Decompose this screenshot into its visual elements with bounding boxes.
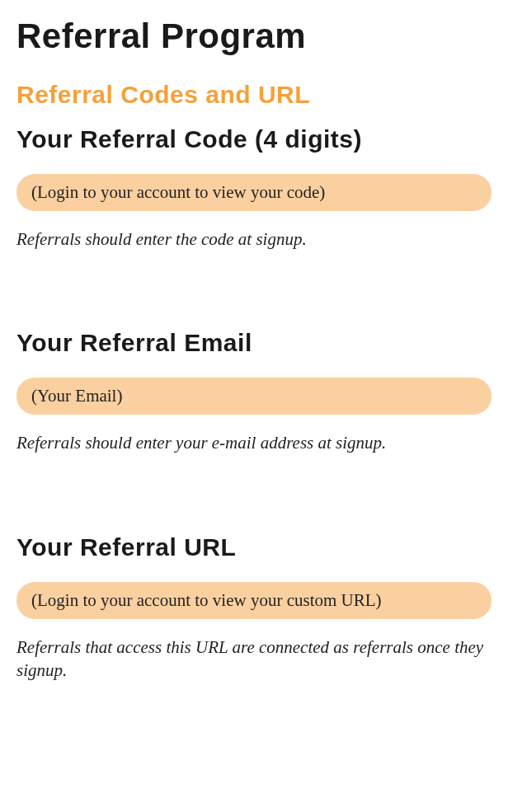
referral-email-value: (Your Email) — [16, 378, 492, 415]
referral-email-hint: Referrals should enter your e-mail addre… — [16, 431, 492, 454]
referral-url-hint: Referrals that access this URL are conne… — [16, 636, 492, 683]
referral-url-heading: Your Referral URL — [16, 533, 492, 561]
referral-email-heading: Your Referral Email — [16, 329, 492, 357]
page-title: Referral Program — [16, 16, 492, 56]
referral-code-heading: Your Referral Code (4 digits) — [16, 125, 492, 153]
section-title: Referral Codes and URL — [16, 81, 492, 109]
referral-url-value: (Login to your account to view your cust… — [16, 582, 492, 619]
referral-code-value: (Login to your account to view your code… — [16, 174, 492, 211]
referral-code-hint: Referrals should enter the code at signu… — [16, 228, 492, 251]
